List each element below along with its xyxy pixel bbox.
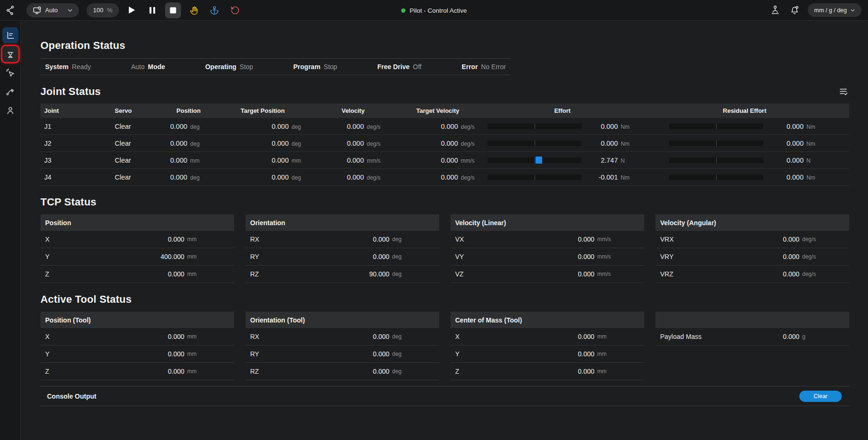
status-value: Stop [240,63,253,71]
row-value: 0.000 [578,350,594,358]
stop-button[interactable] [165,2,181,18]
console-clear-button[interactable]: Clear [799,391,842,402]
residual-effort-unit: Nm [806,174,823,181]
status-value: Off [413,63,421,71]
sidebar-item-trajectory[interactable] [2,84,18,100]
table-row: J3 Clear 0.000mm 0.000mm 0.000mm/s 0.000… [40,152,849,169]
tcp-status-title: TCP Status [40,196,849,208]
row-value: 0.000 [373,368,389,375]
row-unit: mm [597,333,621,340]
row-label: RZ [250,270,369,278]
anchor-icon [210,6,219,15]
row-unit: mm [187,271,211,277]
target-velocity-unit: deg/s [461,174,482,181]
row-unit: mm [187,253,211,260]
operation-status-row: System Ready Auto Mode Operating Stop Pr… [40,59,511,75]
position-value: 0.000 [170,123,187,130]
play-button[interactable] [124,2,140,18]
pilot-status-dot [401,8,405,13]
row-value: 0.000 [578,368,594,375]
row-label: Y [45,253,160,260]
status-value: Stop [324,63,337,71]
table-row: J1 Clear 0.000deg 0.000deg 0.000deg/s 0.… [40,118,849,135]
row-value: 0.000 [373,253,389,260]
row-label: VRX [660,236,783,243]
card-title: Position (Tool) [40,312,234,328]
row-label: RX [250,236,373,243]
row-value: 0.000 [373,236,389,243]
row-unit: deg/s [802,253,826,260]
row-label: RY [250,350,373,358]
bell-icon [789,5,799,15]
main-content: Operation Status System Ready Auto Mode … [21,21,868,440]
row-label: RZ [250,368,373,375]
robot-arm-icon [6,49,15,59]
free-drive-button[interactable] [186,2,202,18]
velocity-unit: mm/s [367,157,388,164]
joint-list-options-button[interactable] [838,86,849,97]
tool-orientation-card: Orientation (Tool) RX0.000deg RY0.000deg… [245,312,439,380]
list-item: Y0.000mm [40,346,234,363]
row-unit: deg [392,368,416,375]
velocity-value: 0.000 [347,123,364,130]
hand-icon [189,6,198,15]
position-value: 0.000 [170,140,187,147]
position-unit: deg [190,174,207,181]
active-tool-status-section: Active Tool Status Position (Tool) X0.00… [40,293,849,380]
velocity-unit: deg/s [367,141,388,147]
status-label: Mode [148,63,165,71]
target-position-value: 0.000 [272,140,289,147]
list-item: VZ0.000mm/s [450,266,644,283]
sidebar-item-robot[interactable] [2,46,18,62]
servo-status: Clear [111,157,167,164]
row-value: 0.000 [578,253,594,260]
effort-unit: Nm [621,174,637,181]
row-label: Z [45,270,168,278]
mode-select[interactable]: Auto [26,3,79,17]
row-label: RY [250,253,373,260]
row-label: X [455,333,578,340]
sidebar-item-status[interactable] [2,27,18,43]
pause-button[interactable] [144,2,160,18]
joystick-button[interactable] [769,4,781,16]
row-value: 0.000 [373,350,389,358]
velocity-value: 0.000 [347,173,364,181]
effort-bar [488,141,582,146]
velocity-unit: deg/s [367,174,388,181]
servo-status: Clear [111,123,167,130]
speed-control[interactable]: 100 % [87,3,119,17]
units-select[interactable]: mm / g / deg [808,3,861,17]
joint-name: J2 [40,140,111,147]
target-position-unit: deg [292,141,313,147]
status-label: Free Drive [378,63,410,71]
row-unit: deg [392,253,416,260]
status-label: Operating [205,63,236,71]
row-label: Y [455,350,578,358]
active-tool-status-title: Active Tool Status [40,293,849,306]
row-value: 0.000 [373,333,389,340]
reset-button[interactable] [227,2,243,18]
notifications-button[interactable] [789,4,800,16]
col-servo: Servo [111,107,167,114]
anchor-button[interactable] [206,2,222,18]
status-label: Program [293,63,321,71]
sidebar-item-user[interactable] [2,102,18,118]
status-item-mode: Auto Mode [131,63,165,71]
console-output-section: Console Output Clear [40,386,849,406]
row-value: 0.000 [783,333,799,340]
effort-marker [536,157,542,164]
target-position-unit: deg [292,174,313,181]
top-toolbar: Auto 100 % [0,0,868,21]
table-row: J4 Clear 0.000deg 0.000deg 0.000deg/s 0.… [40,169,849,186]
status-label: Error [462,63,478,71]
position-unit: mm [190,157,207,164]
row-value: 0.000 [783,253,799,260]
status-item-system: System Ready [45,63,91,71]
effort-unit: Nm [621,124,637,130]
sidebar-item-manual-control[interactable] [2,65,18,81]
path-trajectory-icon [6,87,15,96]
col-target-velocity: Target Velocity [391,107,485,114]
effort-bar-center-tick [535,124,535,129]
residual-effort-bar [669,174,763,180]
list-item: Z0.000mm [40,266,234,283]
